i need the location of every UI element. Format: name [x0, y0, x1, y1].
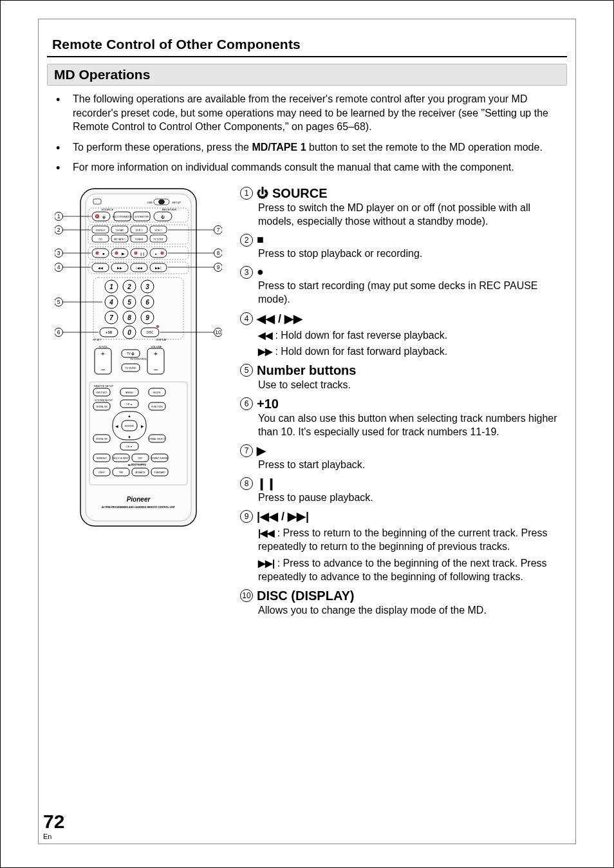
svg-text:LIGHT: LIGHT — [98, 471, 105, 474]
next-button[interactable]: ▶▶| — [150, 263, 167, 272]
svg-rect-44 — [131, 249, 147, 258]
svg-text:7: 7 — [217, 227, 220, 233]
circled-one-icon: 1 — [240, 187, 253, 200]
svg-text:TUNER: TUNER — [135, 238, 143, 241]
ffwd-icon: ▶▶ — [258, 346, 272, 357]
def-title: +10 — [257, 397, 279, 411]
svg-text:INPUT ATT: INPUT ATT — [96, 392, 107, 394]
pause-button[interactable]: ❙❙ — [131, 249, 147, 258]
tv-vol-rocker[interactable]: + − — [95, 348, 111, 374]
svg-text:REMOTE SETUP: REMOTE SETUP — [94, 385, 113, 388]
svg-text:CD: CD — [98, 238, 102, 241]
ffwd-button[interactable]: ▶▶ — [111, 263, 128, 272]
play-button[interactable]: ▶ — [111, 249, 128, 258]
volume-rocker[interactable]: + − — [147, 348, 164, 374]
intro-bullets: The following operations are available f… — [73, 92, 557, 175]
svg-text:DVD/LD: DVD/LD — [96, 229, 105, 232]
plus10-button[interactable]: +10 — [100, 328, 118, 337]
text: : Hold down for fast reverse playback. — [272, 330, 447, 341]
source-power-button[interactable]: ⏻ — [92, 212, 110, 221]
svg-text:RF ATT: RF ATT — [93, 338, 102, 341]
svg-text:MUTE: MUTE — [153, 391, 161, 394]
svg-text:5: 5 — [127, 299, 131, 306]
svg-text:VOLUME: VOLUME — [151, 345, 162, 348]
def-body: Press to stop playback or recording. — [258, 247, 559, 260]
svg-rect-10 — [92, 212, 110, 221]
def-play: 7 ▶ Press to start playback. — [240, 444, 559, 471]
def-record: 3 ● Press to start recording (may put so… — [240, 265, 559, 306]
record-icon: ● — [257, 265, 264, 279]
svg-point-49 — [161, 252, 163, 254]
circled-three-icon: 3 — [240, 266, 253, 279]
svg-text:2: 2 — [127, 283, 131, 290]
zero-button[interactable]: 0 — [123, 326, 136, 339]
svg-text:7: 7 — [109, 314, 113, 321]
svg-text:DIGITAL NR: DIGITAL NR — [96, 438, 107, 440]
svg-text:FUNCTION: FUNCTION — [151, 406, 163, 408]
page-number: 72 En — [43, 811, 64, 840]
svg-text:TV CONT: TV CONT — [153, 238, 164, 241]
scan-icon: ◀◀ / ▶▶ — [257, 312, 302, 326]
svg-text:SIGNAL SELECT: SIGNAL SELECT — [149, 438, 165, 440]
section-title: Remote Control of Other Components — [52, 37, 567, 52]
svg-text:⏻: ⏻ — [161, 215, 165, 219]
content-row: USE SETUP SOURCE RECEIVER ⏻ MULTI OPERAT… — [55, 186, 559, 622]
subsection-title: MD Operations — [54, 67, 560, 82]
svg-text:▼: ▼ — [127, 435, 131, 439]
def-body: ◀◀ : Hold down for fast reverse playback… — [258, 328, 559, 358]
tv-func-button[interactable]: TV FUNC — [122, 364, 140, 372]
svg-text:6: 6 — [57, 329, 60, 335]
svg-rect-41 — [111, 249, 128, 258]
svg-point-84 — [156, 325, 159, 328]
svg-text:SYSTEM SETUP: SYSTEM SETUP — [95, 399, 113, 402]
def-source: 1 ⏻ SOURCE Press to switch the MD player… — [240, 186, 559, 228]
svg-point-42 — [115, 252, 118, 254]
svg-text:DISC: DISC — [147, 331, 154, 334]
svg-text:TV  ⏻: TV ⏻ — [127, 352, 135, 355]
rewind-button[interactable]: ◀◀ — [92, 263, 109, 272]
def-body: Allows you to change the display mode of… — [258, 603, 559, 617]
def-numbers: 5 Number buttons Use to select tracks. — [240, 363, 559, 392]
multi-operation-button[interactable]: MULTI OPERATION — [113, 212, 133, 221]
svg-text:3: 3 — [57, 250, 60, 256]
svg-rect-2 — [93, 199, 101, 204]
receiver-power-button[interactable]: ⏻ — [154, 212, 172, 221]
svg-text:CH ▲: CH ▲ — [126, 403, 133, 406]
circled-five-icon: 5 — [240, 364, 253, 377]
svg-text:8: 8 — [127, 314, 131, 321]
svg-text:8: 8 — [217, 250, 220, 256]
svg-text:MIDNIGHT: MIDNIGHT — [97, 457, 107, 460]
text: button to set the remote to the MD opera… — [306, 142, 543, 153]
svg-text:◀: ◀ — [115, 424, 118, 428]
svg-text:6: 6 — [145, 299, 149, 306]
prev-button[interactable]: |◀◀ — [131, 263, 147, 272]
text: : Press to advance to the beginning of t… — [258, 558, 547, 582]
prev-track-icon: |◀◀ — [258, 527, 274, 538]
svg-text:RECEIVER: RECEIVER — [162, 208, 176, 211]
rec-button[interactable]: ● — [150, 249, 167, 258]
svg-point-11 — [95, 214, 99, 218]
rewind-icon: ◀◀ — [258, 330, 272, 341]
svg-text:MULTI CH INPUT: MULTI CH INPUT — [113, 457, 129, 460]
tv-power-button[interactable]: TV ⏻ — [122, 350, 140, 357]
def-title: Number buttons — [257, 363, 356, 378]
play-icon: ▶ — [257, 444, 266, 458]
svg-text:TV VOL: TV VOL — [98, 345, 108, 348]
stop-icon: ■ — [257, 233, 264, 247]
svg-text:VCR 1: VCR 1 — [135, 229, 142, 232]
system-off-button[interactable]: SYSTEM OFF — [133, 212, 150, 221]
stop-button[interactable]: ■ — [92, 249, 109, 258]
dpad[interactable]: ENTER ◀ ▶ ▲ ▼ — [113, 411, 146, 440]
circled-seven-icon: 7 — [240, 444, 253, 457]
def-body: Press to start recording (may put some d… — [258, 279, 559, 306]
svg-text:−: − — [153, 365, 158, 374]
svg-text:9: 9 — [217, 264, 220, 270]
svg-text:3: 3 — [145, 283, 149, 290]
def-body: |◀◀ : Press to return to the beginning o… — [258, 526, 559, 583]
svg-text:2: 2 — [57, 227, 60, 233]
svg-text:Pioneer: Pioneer — [127, 496, 151, 503]
def-pause: 8 ❙❙ Press to pause playback. — [240, 476, 559, 504]
svg-text:DISPLAY: DISPLAY — [156, 338, 167, 341]
bullet-item: To perform these operations, press the M… — [73, 140, 557, 155]
svg-text:DIGITAL NR: DIGITAL NR — [96, 406, 107, 408]
